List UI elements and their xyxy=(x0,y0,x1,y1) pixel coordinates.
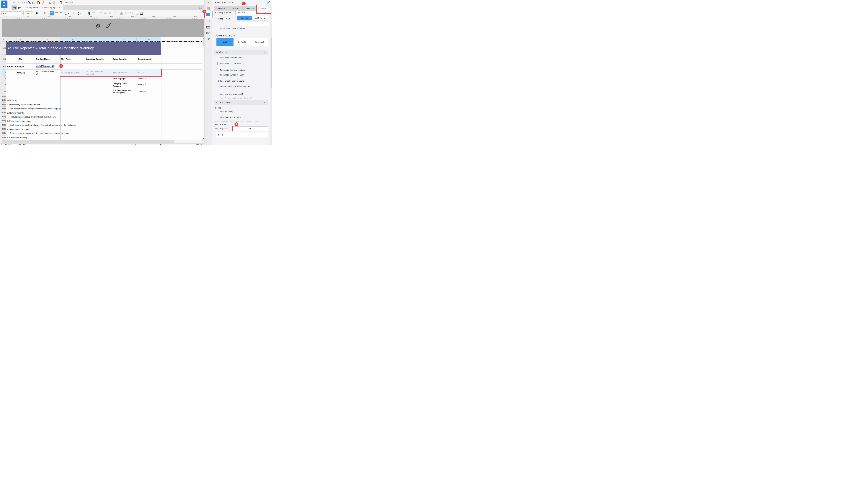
cell-E7[interactable]: ds1.Sum(Inventory_quantity) xyxy=(85,69,112,76)
row-header[interactable]: 9 xyxy=(2,81,6,88)
cell-E3[interactable]: Inventory Quantity xyxy=(85,55,112,64)
tab-display[interactable]: Display xyxy=(243,6,257,11)
chevron-down-icon[interactable] xyxy=(68,13,69,14)
vertical-scrollbar[interactable] xyxy=(202,37,204,140)
row-header[interactable]: 11(F) xyxy=(2,95,6,98)
borders-button[interactable] xyxy=(65,11,70,15)
row-header[interactable]: 16(F) xyxy=(2,115,6,119)
cell-D3[interactable]: Unit Price xyxy=(60,55,85,64)
row-header[interactable]: 10 xyxy=(2,88,6,95)
instruction-row[interactable]: 1. Dynamically repeat the header row xyxy=(6,103,180,106)
panel-scrollbar[interactable] xyxy=(270,5,272,145)
export-only-radio[interactable] xyxy=(220,110,220,113)
merge-cells-button[interactable] xyxy=(86,11,90,15)
cell-C5[interactable]: ds1.G(CategoryID) xyxy=(35,64,60,69)
row-header[interactable]: 5(H) xyxy=(2,64,6,69)
row-header[interactable]: 18(F) xyxy=(2,123,6,127)
row-header[interactable]: 13(F) xyxy=(2,103,6,106)
column-header-B[interactable]: B xyxy=(6,37,35,42)
sidebar-condition-attributes-button[interactable] xyxy=(204,32,212,35)
cell-F10[interactable]: The total amount of all categories xyxy=(112,88,137,95)
cell-D7[interactable]: ds1.Sum(Unit_price) xyxy=(60,69,85,76)
active-document-tab[interactable]: Title Repeated...l Warning.cpt × xyxy=(17,5,63,10)
chevron-down-icon[interactable]: ∨ xyxy=(265,12,266,14)
column-header-F[interactable]: F xyxy=(112,37,137,42)
row-header[interactable]: 19(F) xyxy=(2,127,6,131)
row-header[interactable]: 17(F) xyxy=(2,119,6,123)
save-button[interactable] xyxy=(12,1,16,4)
insert-list-button[interactable] xyxy=(108,11,112,15)
cell-G10[interactable]: =sum(G7) xyxy=(137,88,161,95)
insert-ab-button[interactable]: ab xyxy=(103,11,107,15)
instruction-row[interactable]: 3. Fixed rows in each page xyxy=(6,119,180,123)
tab-other[interactable]: Other xyxy=(257,6,271,11)
scroll-up-icon[interactable] xyxy=(203,38,204,38)
insert-image-button[interactable] xyxy=(125,11,129,15)
align-left-button[interactable] xyxy=(50,11,54,15)
data-masking-section-header[interactable]: Data masking xyxy=(214,100,269,105)
format-painter-button[interactable] xyxy=(41,1,45,4)
cell-B5[interactable]: Product Category: xyxy=(6,64,35,69)
bold-button[interactable]: B xyxy=(35,11,38,15)
sidebar-widget-settings-button[interactable] xyxy=(204,25,212,29)
policy-null[interactable]: NULL xyxy=(216,38,233,46)
horizontal-scrollbar[interactable] xyxy=(2,140,204,144)
chevron-down-icon[interactable] xyxy=(74,13,76,14)
row-header[interactable]: 20(F) xyxy=(2,131,6,135)
insert-chart-button[interactable] xyxy=(119,11,124,15)
cell-G9[interactable]: =sum(G7) xyxy=(137,81,161,88)
confirm-pen-icon[interactable] xyxy=(267,1,270,4)
instruction-row[interactable]: 2. Number records xyxy=(6,111,180,115)
column-header-D[interactable]: D xyxy=(60,37,85,42)
row-header[interactable]: 12(F) xyxy=(2,98,6,103)
tooltip-input[interactable] xyxy=(237,22,269,26)
cell-B3[interactable]: No. xyxy=(6,55,35,64)
display-content-select[interactable]: Default ∨ xyxy=(236,11,267,15)
chevron-down-icon[interactable] xyxy=(80,13,81,14)
copy-button[interactable] xyxy=(32,1,35,4)
tab-close-icon[interactable]: × xyxy=(59,7,60,9)
policy-default[interactable]: Default xyxy=(233,38,251,46)
chevron-down-icon[interactable]: ∨ xyxy=(22,12,23,14)
cell-C7[interactable]: ds1.G(Product_name) xyxy=(35,69,60,76)
repeat-content-when-paging-checkbox[interactable] xyxy=(219,85,219,87)
paste-button[interactable] xyxy=(36,1,40,4)
hide-when-text-exceeds-checkbox[interactable] xyxy=(217,27,217,30)
new-sheet-tool[interactable] xyxy=(12,5,17,10)
instruction-row[interactable]: Products in each group are numbered auto… xyxy=(6,115,180,119)
align-center-button[interactable] xyxy=(54,11,58,15)
delete-icon[interactable]: × xyxy=(226,133,228,136)
page-next-icon[interactable] xyxy=(135,144,136,145)
row-header[interactable]: 3(H) xyxy=(2,55,6,64)
app-logo-caret-icon[interactable] xyxy=(3,9,5,10)
scroll-right-icon[interactable] xyxy=(201,140,203,142)
row-header[interactable]: 7 xyxy=(2,69,6,76)
insert-line-button[interactable] xyxy=(130,11,134,15)
collapse-panel-button[interactable] xyxy=(204,1,212,4)
hide-preview-icon[interactable] xyxy=(95,23,101,30)
tooltip-option-custom[interactable]: Custom xyxy=(237,16,252,20)
scrollbar-thumb[interactable] xyxy=(2,140,174,143)
cell-B7[interactable]: =seq(C5) xyxy=(6,69,35,76)
chevron-down-icon[interactable]: ∨ xyxy=(31,12,32,14)
tab-expand[interactable]: Expand xyxy=(214,6,228,11)
sheet-tab[interactable]: sheet1 xyxy=(4,144,17,145)
font-color-button[interactable]: A xyxy=(78,11,83,15)
sidebar-cell-element-button[interactable] xyxy=(204,7,212,11)
row-header[interactable]: 14(F) xyxy=(2,106,6,111)
cell-G8[interactable]: =sum(G7) xyxy=(137,76,161,81)
frame-style-button[interactable] xyxy=(140,11,146,15)
chevron-down-icon[interactable] xyxy=(143,13,144,13)
scroll-down-icon[interactable] xyxy=(203,138,204,139)
find-replace-button[interactable]: T xyxy=(47,1,51,4)
category-formula-link[interactable]: ds1.G(CategoryID) xyxy=(36,65,54,68)
paginate-after-column-checkbox[interactable] xyxy=(218,73,218,76)
cut-button[interactable] xyxy=(27,1,31,4)
sidebar-hyperlink-button[interactable] xyxy=(204,37,212,41)
policy-original[interactable]: Original xyxy=(251,38,268,46)
instruction-row[interactable]: 4. Summary of each page xyxy=(6,127,180,131)
font-size-select[interactable]: 10.0 ∨ xyxy=(25,11,33,15)
unmerge-cells-button[interactable] xyxy=(91,11,95,15)
page-prev-icon[interactable] xyxy=(132,144,133,145)
pagination-section-header[interactable]: Pagination xyxy=(214,50,269,55)
